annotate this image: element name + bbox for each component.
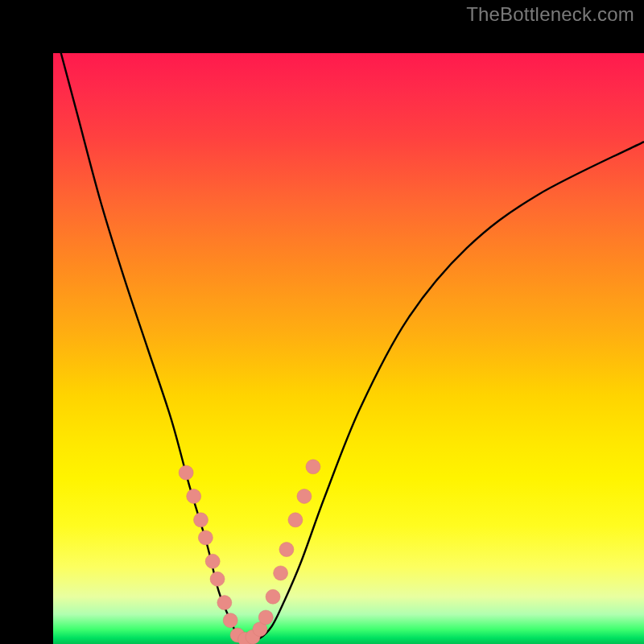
marker-dot — [288, 513, 303, 527]
marker-dot — [194, 513, 208, 527]
marker-dot — [210, 572, 225, 586]
marker-dot — [274, 566, 288, 580]
marker-dot — [223, 613, 237, 628]
marker-dot — [198, 530, 213, 545]
chart-svg — [53, 53, 644, 644]
marker-dot — [217, 596, 232, 610]
marker-group — [179, 460, 320, 644]
marker-dot — [266, 589, 280, 604]
marker-dot — [258, 610, 273, 625]
chart-frame — [0, 0, 644, 644]
watermark-text: TheBottleneck.com — [466, 3, 634, 26]
marker-dot — [205, 554, 220, 568]
marker-dot — [187, 489, 201, 504]
bottleneck-curve — [53, 53, 644, 641]
marker-dot — [279, 543, 294, 557]
marker-dot — [306, 460, 320, 474]
marker-dot — [297, 489, 312, 504]
plot-area — [53, 53, 644, 644]
marker-dot — [179, 465, 193, 480]
